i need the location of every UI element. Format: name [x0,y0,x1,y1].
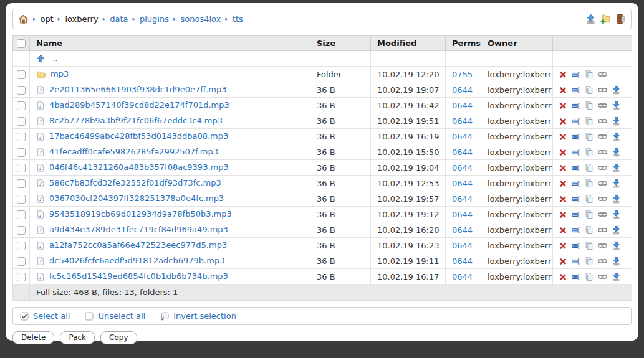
download-icon[interactable] [612,272,621,281]
delete-icon[interactable] [559,257,567,266]
file-link[interactable]: fc5c165d15419ed6854fc0b1db6b734b.mp3 [49,271,228,281]
rename-icon[interactable] [571,242,581,250]
download-icon[interactable] [612,225,621,235]
rename-icon[interactable] [571,273,581,281]
row-checkbox[interactable] [17,257,26,266]
perms-link[interactable]: 0644 [452,148,473,157]
copy-icon[interactable] [585,70,594,79]
delete-icon[interactable] [559,179,567,188]
rename-icon[interactable] [571,86,581,95]
upload-icon[interactable] [585,14,596,24]
invert-selection-link[interactable]: Invert selection [173,311,236,321]
select-all-icon[interactable] [20,312,29,321]
new-folder-icon[interactable] [600,14,611,24]
copy-icon[interactable] [585,194,594,204]
perms-link[interactable]: 0644 [452,85,473,95]
file-link[interactable]: dc54026fcfc6aedf5d91812adcb6979b.mp3 [49,256,224,265]
rename-icon[interactable] [571,101,581,110]
row-checkbox[interactable] [17,179,26,188]
delete-icon[interactable] [559,210,567,219]
link-icon[interactable] [597,273,608,281]
download-icon[interactable] [612,210,621,219]
download-icon[interactable] [612,101,621,110]
file-link[interactable]: 046f46c41321260a483b357f08ac9393.mp3 [49,163,229,172]
rename-icon[interactable] [571,257,581,266]
perms-link[interactable]: 0644 [452,101,473,110]
rename-icon[interactable] [571,210,581,219]
row-checkbox[interactable] [17,195,26,204]
download-icon[interactable] [612,132,621,141]
column-header-name[interactable]: Name [30,36,310,51]
delete-button[interactable]: Delete [12,331,54,344]
breadcrumb-item-data[interactable]: data [110,14,128,24]
link-icon[interactable] [597,226,608,234]
column-header-owner[interactable]: Owner [481,36,553,51]
link-icon[interactable] [597,133,608,141]
delete-icon[interactable] [559,101,567,110]
delete-icon[interactable] [559,226,567,235]
rename-icon[interactable] [571,179,581,188]
delete-icon[interactable] [559,133,567,141]
download-icon[interactable] [612,241,621,250]
pack-button[interactable]: Pack [60,331,95,344]
download-icon[interactable] [612,179,621,188]
copy-icon[interactable] [585,272,594,281]
rename-icon[interactable] [571,164,581,172]
row-checkbox[interactable] [17,273,26,281]
perms-link[interactable]: 0644 [452,116,473,126]
download-icon[interactable] [612,116,621,126]
rename-icon[interactable] [571,148,581,157]
rename-icon[interactable] [571,70,581,79]
logout-door-icon[interactable] [615,14,626,24]
perms-link[interactable]: 0755 [452,70,473,79]
rename-icon[interactable] [571,133,581,141]
file-link[interactable]: 9543518919cb69d012934d9a78fb50b3.mp3 [49,209,232,219]
row-checkbox[interactable] [17,101,26,110]
perms-link[interactable]: 0644 [452,194,473,204]
delete-icon[interactable] [559,86,567,95]
row-checkbox[interactable] [17,148,26,157]
perms-link[interactable]: 0644 [452,241,473,250]
file-link[interactable]: 2e2011365e6661903f938dc1d9e0e7ff.mp3 [49,85,226,94]
rename-icon[interactable] [571,195,581,204]
copy-button[interactable]: Copy [100,331,137,344]
row-checkbox[interactable] [17,226,26,235]
copy-icon[interactable] [585,148,594,157]
delete-icon[interactable] [559,273,567,281]
unselect-all-link[interactable]: Unselect all [98,311,145,321]
perms-link[interactable]: 0644 [452,179,473,188]
row-checkbox[interactable] [17,133,26,141]
rename-icon[interactable] [571,117,581,126]
file-link[interactable]: 17bac46499abc428fbf53d0143ddba08.mp3 [49,131,228,141]
delete-icon[interactable] [559,164,567,172]
select-all-header-checkbox[interactable] [17,39,26,48]
link-icon[interactable] [597,179,608,187]
copy-icon[interactable] [585,163,594,172]
link-icon[interactable] [597,101,608,110]
copy-icon[interactable] [585,179,594,188]
link-icon[interactable] [597,164,608,172]
select-all-link[interactable]: Select all [33,311,70,321]
breadcrumb-item-sonos4lox[interactable]: sonos4lox [181,14,221,24]
perms-link[interactable]: 0644 [452,132,473,141]
file-link[interactable]: 0367030cf204397ff328251378a0e4fc.mp3 [49,194,224,203]
row-checkbox[interactable] [17,164,26,172]
row-checkbox[interactable] [17,70,26,79]
file-link[interactable]: a9d434e3789de31fec719cf84d969a49.mp3 [49,225,228,234]
download-icon[interactable] [612,194,621,204]
link-icon[interactable] [597,257,608,265]
download-icon[interactable] [612,85,621,95]
copy-icon[interactable] [585,85,594,95]
link-icon[interactable] [597,148,608,156]
file-link[interactable]: 4bad289b457140f39cd8d22e174f701d.mp3 [49,100,229,110]
link-icon[interactable] [597,86,608,94]
perms-link[interactable]: 0644 [452,210,473,219]
row-checkbox[interactable] [17,242,26,250]
file-link[interactable]: 41fecadff0cafe59826285fa2992507f.mp3 [49,147,218,156]
delete-icon[interactable] [559,70,567,79]
file-link[interactable]: 586c7b83fcd32fe32552f01df93d73fc.mp3 [49,178,221,187]
unselect-all-icon[interactable] [85,312,94,321]
delete-icon[interactable] [559,117,567,126]
link-icon[interactable] [597,195,608,203]
download-icon[interactable] [612,148,621,157]
